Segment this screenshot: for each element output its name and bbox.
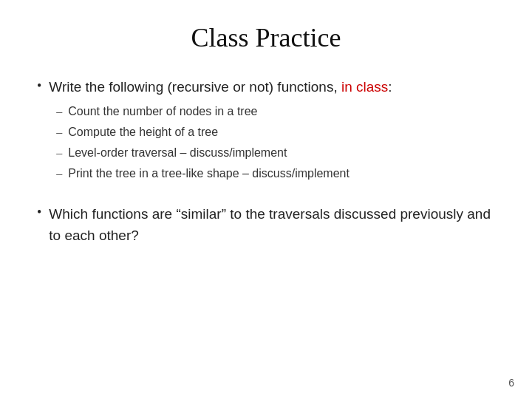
sub-bullet-item-2: – Compute the height of a tree	[56, 123, 392, 141]
slide-content: • Write the following (recursive or not)…	[37, 77, 495, 377]
bullet-1-dot: •	[37, 78, 41, 94]
bullet-1-main-text: Write the following (recursive or not) f…	[49, 77, 392, 98]
sub-bullet-dash-1: –	[56, 103, 62, 120]
sub-bullet-text-2: Compute the height of a tree	[68, 123, 218, 141]
bullet-2-main-text: Which functions are “similar” to the tra…	[49, 203, 495, 247]
bullet-1-section: • Write the following (recursive or not)…	[37, 77, 495, 183]
bullet-2-section: • Which functions are “similar” to the t…	[37, 203, 495, 247]
sub-bullet-text-1: Count the number of nodes in a tree	[68, 103, 257, 120]
bullet-2-dot: •	[37, 205, 41, 220]
sub-bullet-dash-4: –	[56, 165, 62, 183]
bullet-2-content: Which functions are “similar” to the tra…	[49, 203, 495, 247]
page-number: 6	[508, 377, 514, 389]
bullet-1-suffix: :	[388, 79, 392, 95]
sub-bullet-dash-3: –	[56, 144, 62, 162]
slide-container: Class Practice • Write the following (re…	[0, 0, 532, 399]
bullet-1-prefix: Write the following (recursive or not) f…	[49, 79, 341, 95]
sub-bullet-item-1: – Count the number of nodes in a tree	[56, 103, 392, 120]
sub-bullet-item-3: – Level-order traversal – discuss/implem…	[56, 144, 392, 162]
slide-title: Class Practice	[37, 22, 495, 56]
sub-bullet-dash-2: –	[56, 123, 62, 141]
sub-bullets-list: – Count the number of nodes in a tree – …	[49, 103, 392, 183]
bullet-1-content: Write the following (recursive or not) f…	[49, 77, 392, 183]
bullet-1-highlight: in class	[341, 79, 388, 95]
sub-bullet-text-4: Print the tree in a tree-like shape – di…	[68, 165, 349, 183]
sub-bullet-item-4: – Print the tree in a tree-like shape – …	[56, 165, 392, 183]
sub-bullet-text-3: Level-order traversal – discuss/implemen…	[68, 144, 287, 162]
